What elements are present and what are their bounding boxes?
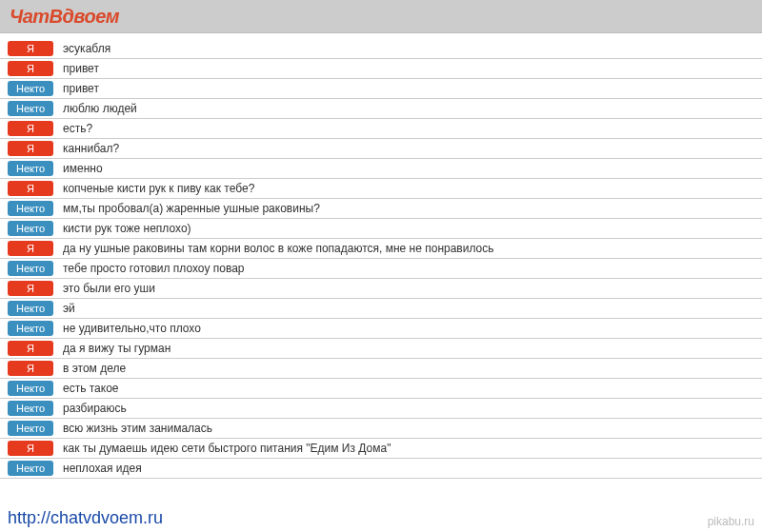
sender-badge-them: Некто — [8, 101, 53, 116]
message-row: Якопченые кисти рук к пиву как тебе? — [0, 179, 762, 199]
message-text: да я вижу ты гурман — [63, 342, 170, 355]
message-row: Нектонеплохая идея — [0, 459, 762, 479]
sender-badge-me: Я — [8, 141, 53, 156]
message-row: Яв этом деле — [0, 359, 762, 379]
message-text: мм,ты пробовал(а) жаренные ушные раковин… — [63, 202, 320, 215]
message-row: Нектоименно — [0, 159, 762, 179]
message-row: Нектовсю жизнь этим занималась — [0, 419, 762, 439]
sender-badge-them: Некто — [8, 221, 53, 236]
sender-badge-them: Некто — [8, 261, 53, 276]
sender-badge-me: Я — [8, 341, 53, 356]
sender-badge-them: Некто — [8, 401, 53, 416]
message-text: привет — [63, 62, 99, 75]
sender-badge-them: Некто — [8, 381, 53, 396]
message-text: кисти рук тоже неплохо) — [63, 222, 191, 235]
message-row: Нектопривет — [0, 79, 762, 99]
message-row: Нектомм,ты пробовал(а) жаренные ушные ра… — [0, 199, 762, 219]
message-text: это были его уши — [63, 282, 155, 295]
message-text: не удивительно,что плохо — [63, 322, 201, 335]
message-text: эсукабля — [63, 42, 110, 55]
message-text: копченые кисти рук к пиву как тебе? — [63, 182, 254, 195]
message-text: есть такое — [63, 382, 119, 395]
sender-badge-them: Некто — [8, 161, 53, 176]
message-text: есть? — [63, 122, 92, 135]
message-text: эй — [63, 302, 75, 315]
app-title: ЧатВдвоем — [10, 6, 119, 27]
message-text: привет — [63, 82, 99, 95]
sender-badge-them: Некто — [8, 301, 53, 316]
message-text: в этом деле — [63, 362, 126, 375]
message-row: Нектоесть такое — [0, 379, 762, 399]
sender-badge-me: Я — [8, 361, 53, 376]
message-row: Нектотебе просто готовил плохоу повар — [0, 259, 762, 279]
sender-badge-me: Я — [8, 181, 53, 196]
footer: http://chatvdvoem.ru pikabu.ru — [8, 508, 754, 528]
message-text: разбираюсь — [63, 402, 127, 415]
message-text: именно — [63, 162, 103, 175]
sender-badge-me: Я — [8, 281, 53, 296]
message-text: как ты думаешь идею сети быстрого питани… — [63, 442, 391, 455]
message-row: Нектолюблю людей — [0, 99, 762, 119]
sender-badge-them: Некто — [8, 201, 53, 216]
message-row: Яканнибал? — [0, 139, 762, 159]
watermark: pikabu.ru — [708, 515, 754, 528]
sender-badge-them: Некто — [8, 421, 53, 436]
message-text: тебе просто готовил плохоу повар — [63, 262, 245, 275]
message-row: Яда ну ушные раковины там корни волос в … — [0, 239, 762, 259]
sender-badge-me: Я — [8, 441, 53, 456]
message-row: Якак ты думаешь идею сети быстрого питан… — [0, 439, 762, 459]
message-row: Нектоэй — [0, 299, 762, 319]
sender-badge-them: Некто — [8, 461, 53, 476]
header-bar: ЧатВдвоем — [0, 0, 762, 33]
message-text: каннибал? — [63, 142, 119, 155]
message-text: неплохая идея — [63, 462, 142, 475]
site-url[interactable]: http://chatvdvoem.ru — [8, 508, 163, 528]
sender-badge-them: Некто — [8, 321, 53, 336]
message-row: Яэсукабля — [0, 39, 762, 59]
message-row: Яэто были его уши — [0, 279, 762, 299]
message-text: да ну ушные раковины там корни волос в к… — [63, 242, 494, 255]
sender-badge-them: Некто — [8, 81, 53, 96]
chat-log: ЯэсукабляЯприветНектоприветНектолюблю лю… — [0, 33, 762, 479]
sender-badge-me: Я — [8, 241, 53, 256]
message-row: Япривет — [0, 59, 762, 79]
sender-badge-me: Я — [8, 41, 53, 56]
message-row: Яда я вижу ты гурман — [0, 339, 762, 359]
sender-badge-me: Я — [8, 61, 53, 76]
message-row: Яесть? — [0, 119, 762, 139]
message-row: Некторазбираюсь — [0, 399, 762, 419]
message-text: люблю людей — [63, 102, 137, 115]
message-text: всю жизнь этим занималась — [63, 422, 212, 435]
sender-badge-me: Я — [8, 121, 53, 136]
message-row: Нектокисти рук тоже неплохо) — [0, 219, 762, 239]
message-row: Нектоне удивительно,что плохо — [0, 319, 762, 339]
